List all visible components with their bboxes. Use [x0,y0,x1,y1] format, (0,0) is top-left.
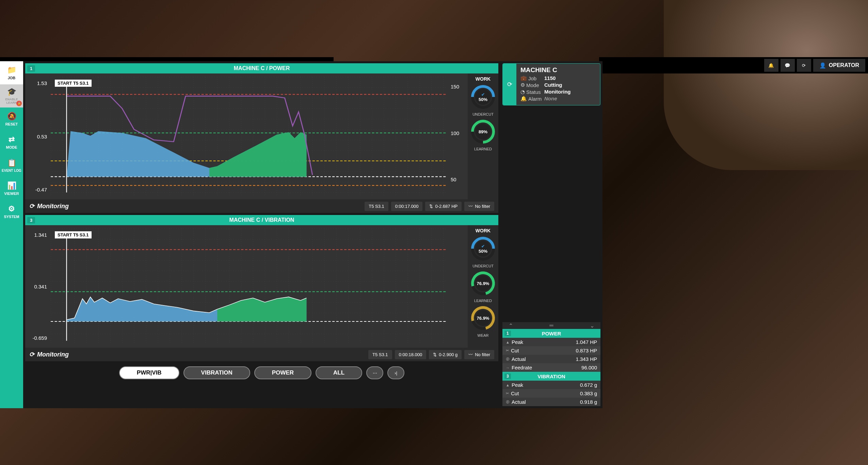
clock-icon: ◔ Status [520,89,544,95]
metric-row: ✂Cut0.383 g [502,389,600,398]
view-tab-all[interactable]: ALL [316,366,362,379]
chevron-right-icon: ›| [395,370,397,376]
chevron-down-icon: ⌄ [590,322,594,329]
power-gauges: WORK ✔50% UNDERCUT 89% LEARNED [468,73,498,199]
vibration-chart-plot[interactable]: 1.341 0.341 -0.659 START T5 S3.1 [25,225,468,348]
vibration-metrics-header: 3 VIBRATION [502,372,600,381]
metric-value: 0.873 HP [576,348,597,353]
footer-chip[interactable]: T5 S3.1 [365,202,388,211]
metrics-drag-handle[interactable]: ⌃ ═ ⌄ [502,322,600,329]
list-icon: 📋 [7,159,16,167]
learned-gauge[interactable]: 89% [471,120,495,144]
alarm-value: None [544,96,557,102]
metrics-section: ⌃ ═ ⌄ 1 POWER ▲Peak1.047 HP✂Cut0.873 HP⦿… [502,322,600,406]
power-y-axis: 1.53 0.53 -0.47 [25,73,49,199]
filter-icon: 〰 [468,352,473,357]
metric-label: Cut [511,391,519,396]
learned-gauge[interactable]: 76.9% [471,271,495,295]
metric-icon: → [506,366,510,370]
sidebar: 📁 JOB 🎓 ENABLE LEARN 🔒 🔕 RESET ⇄ MODE 📋 … [0,61,23,408]
sidebar-event-log-button[interactable]: 📋 EVENT LOG [0,154,23,177]
work-label: WORK [476,76,491,82]
footer-chip[interactable]: 〰No filter [464,350,494,359]
metric-label: Cut [511,348,519,353]
sidebar-reset-button[interactable]: 🔕 RESET [0,107,23,131]
wear-gauge[interactable]: 76.9% [471,306,495,330]
metric-value: 0.383 g [580,391,597,396]
lock-icon: 🔒 [16,101,22,106]
operator-button[interactable]: 👤 OPERATOR [813,59,865,72]
machine-title: MACHINE C [520,66,596,74]
view-tab-vibration[interactable]: VIBRATION [183,366,250,379]
bell-off-icon: 🔕 [7,112,16,121]
y-tick: 1.341 [27,232,47,238]
user-icon: 👤 [819,62,826,69]
bell-icon: 🔔 [768,63,774,68]
refresh-icon: ⟳ [802,63,806,68]
briefcase-icon: 💼 Job [520,75,544,81]
metric-value: 1.343 HP [576,356,597,362]
notifications-button[interactable]: 🔔 [764,59,778,72]
metric-icon: ⦿ [506,357,510,361]
metric-value: 1.047 HP [576,339,597,345]
right-panel: ⟳ MACHINE C 💼 Job1150 ⚙ ModeCutting ◔ St… [500,61,602,408]
status-value: Monitoring [544,89,570,95]
metric-row: ✂Cut0.873 HP [502,346,600,355]
sidebar-viewer-button[interactable]: 📊 VIEWER [0,177,23,200]
footer-chip[interactable]: 0:00:18.000 [395,350,427,359]
footer-chip[interactable]: ⇅0-2.900 g [429,350,462,359]
vibration-chart-panel: 3 MACHINE C / VIBRATION 1.341 0.341 -0.6… [25,215,498,361]
sidebar-job-button[interactable]: 📁 JOB [0,61,23,84]
bell-icon: 🔔 Alarm [520,96,544,102]
sidebar-mode-button[interactable]: ⇄ MODE [0,131,23,154]
more-views-button[interactable]: ⋯ [366,366,383,379]
footer-chip[interactable]: 0:00:17.000 [391,202,423,211]
swap-icon: ⇄ [9,135,15,144]
start-marker-label: START T5 S3.1 [55,80,92,87]
grip-icon: ═ [549,322,553,329]
metric-header-label: POWER [542,331,561,336]
footer-chip[interactable]: T5 S3.1 [368,350,392,359]
sidebar-system-button[interactable]: ⚙ SYSTEM [0,200,23,223]
machine-sync-icon: ⟳ [503,64,516,105]
power-chart-plot[interactable]: 1.53 0.53 -0.47 START T5 S3.1 [25,73,468,199]
sidebar-item-label: JOB [8,76,16,80]
metric-header-label: VIBRATION [537,373,565,379]
metric-icon: ▲ [506,383,510,387]
view-tab-power[interactable]: POWER [254,366,311,379]
undercut-gauge[interactable]: ✔50% [471,85,495,109]
messages-button[interactable]: 💬 [781,59,795,72]
metric-label: Peak [512,382,523,388]
sync-icon: ⟳ [29,351,34,358]
footer-chip[interactable]: 〰No filter [464,202,494,211]
metric-label: Peak [512,339,523,345]
metric-icon: ⦿ [506,400,510,404]
view-tabs-bar: PWR|VIB VIBRATION POWER ALL ⋯ ›| [25,363,498,382]
gauge-sublabel: LEARNED [474,147,492,151]
gauge-sublabel: UNDERCUT [472,112,494,116]
undercut-gauge[interactable]: ✔50% [471,237,495,261]
next-view-button[interactable]: ›| [387,366,404,379]
range-icon: ⇅ [429,204,433,209]
sidebar-item-label: RESET [5,122,18,126]
metric-value: 96.000 [581,365,597,370]
sidebar-item-label: VIEWER [4,192,19,196]
vibration-status: ⟳ Monitoring [29,351,69,358]
machine-card[interactable]: ⟳ MACHINE C 💼 Job1150 ⚙ ModeCutting ◔ St… [502,63,600,105]
vibration-chart-header: 3 MACHINE C / VIBRATION [25,215,498,225]
view-tab-pwrvib[interactable]: PWR|VIB [119,366,179,379]
metric-number-badge: 3 [504,373,511,379]
metric-row: ▲Peak0.672 g [502,381,600,389]
gauge-sublabel: LEARNED [474,299,492,303]
graduation-icon: 🎓 [7,87,16,96]
chart-title: MACHINE C / VIBRATION [229,217,294,223]
chevron-up-icon: ⌃ [509,322,513,329]
sidebar-enable-learn-button[interactable]: 🎓 ENABLE LEARN 🔒 [0,84,23,107]
chart-number-badge: 3 [27,217,35,223]
chart-number-badge: 1 [27,65,35,72]
metric-label: Feedrate [512,365,532,370]
y2-tick: 150 [451,84,466,89]
start-marker-label: START T5 S3.1 [55,231,92,238]
refresh-button[interactable]: ⟳ [797,59,811,72]
footer-chip[interactable]: ⇅0-2.687 HP [425,202,462,211]
